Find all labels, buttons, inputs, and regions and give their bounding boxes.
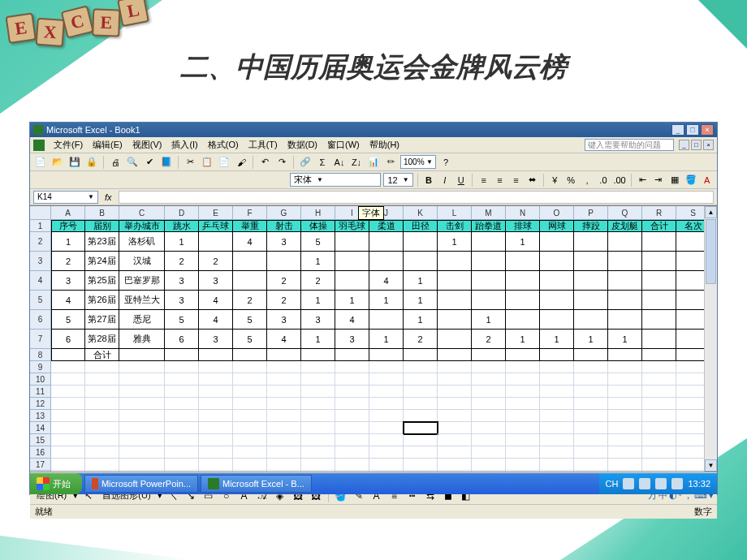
cell[interactable] — [540, 291, 574, 310]
cell[interactable] — [335, 398, 369, 410]
table-header-cell[interactable]: 摔跤 — [574, 220, 608, 232]
table-header-cell[interactable]: 射击 — [267, 220, 301, 232]
cell[interactable]: 1 — [404, 271, 438, 291]
cell[interactable] — [540, 373, 574, 386]
column-header[interactable]: D — [165, 206, 199, 220]
cell[interactable]: 1 — [574, 330, 608, 349]
cell[interactable] — [301, 471, 335, 472]
cell[interactable] — [301, 386, 335, 398]
cell[interactable] — [267, 252, 301, 271]
cell[interactable] — [369, 373, 404, 386]
maximize-button[interactable]: □ — [686, 124, 699, 136]
cell[interactable]: 6 — [165, 330, 199, 349]
cell[interactable]: 1 — [165, 232, 199, 252]
cell[interactable] — [233, 422, 267, 434]
cell[interactable] — [642, 446, 676, 459]
formula-input[interactable] — [119, 191, 714, 204]
cell[interactable] — [301, 349, 335, 361]
cell[interactable] — [472, 471, 506, 472]
cell[interactable] — [404, 373, 438, 386]
table-header-cell[interactable]: 跆拳道 — [472, 220, 506, 232]
cell[interactable] — [574, 434, 608, 446]
cell[interactable] — [438, 398, 472, 410]
cell[interactable] — [642, 373, 676, 386]
cell[interactable] — [85, 446, 119, 459]
cell[interactable] — [165, 349, 199, 361]
cell[interactable]: 1 — [540, 330, 574, 349]
cell[interactable] — [267, 471, 301, 472]
cell[interactable] — [472, 291, 506, 310]
cell[interactable] — [51, 361, 85, 373]
table-header-cell[interactable]: 羽毛球 — [335, 220, 369, 232]
cell[interactable] — [267, 446, 301, 459]
cell[interactable]: 1 — [301, 252, 335, 271]
cell[interactable] — [51, 373, 85, 386]
cell[interactable] — [438, 310, 472, 330]
column-header[interactable]: E — [199, 206, 233, 220]
cell[interactable] — [335, 349, 369, 361]
cell[interactable] — [574, 471, 608, 472]
permission-icon[interactable]: 🔒 — [84, 155, 99, 170]
column-header[interactable]: G — [267, 206, 301, 220]
cell[interactable] — [335, 386, 369, 398]
cell[interactable] — [506, 410, 540, 422]
hyperlink-icon[interactable]: 🔗 — [298, 155, 313, 170]
cell[interactable] — [51, 459, 85, 471]
row-header[interactable]: 10 — [30, 373, 51, 386]
menu-format[interactable]: 格式(O) — [204, 138, 243, 152]
cell[interactable] — [199, 398, 233, 410]
cell[interactable] — [438, 252, 472, 271]
cell[interactable] — [267, 373, 301, 386]
cell[interactable] — [165, 471, 199, 472]
cell[interactable] — [574, 310, 608, 330]
font-color-icon[interactable]: A — [700, 173, 714, 187]
cell[interactable] — [369, 252, 404, 271]
cell[interactable]: 汉城 — [119, 252, 165, 271]
zoom-select[interactable]: 100%▼ — [400, 155, 436, 169]
cell[interactable] — [199, 361, 233, 373]
cell[interactable] — [574, 386, 608, 398]
currency-icon[interactable]: ¥ — [548, 173, 562, 187]
cell[interactable]: 2 — [165, 252, 199, 271]
format-painter-icon[interactable]: 🖌 — [234, 155, 248, 170]
cell[interactable] — [642, 252, 676, 271]
row-header[interactable]: 4 — [30, 271, 51, 291]
cell[interactable] — [233, 386, 267, 398]
cell[interactable] — [51, 398, 85, 410]
align-right-icon[interactable]: ≡ — [509, 173, 523, 187]
cell[interactable]: 3 — [165, 271, 199, 291]
doc-minimize-button[interactable]: _ — [679, 140, 689, 150]
chart-wizard-icon[interactable]: 📊 — [366, 155, 381, 170]
cell[interactable] — [369, 361, 404, 373]
italic-icon[interactable]: I — [438, 173, 451, 187]
cell[interactable] — [574, 271, 608, 291]
drawing-icon[interactable]: ✏ — [383, 155, 398, 170]
menu-data[interactable]: 数据(D) — [283, 138, 322, 152]
cell[interactable] — [301, 422, 335, 434]
cell[interactable]: 第26届 — [85, 291, 119, 310]
cell[interactable] — [438, 386, 472, 398]
cell[interactable]: 第25届 — [85, 271, 119, 291]
cell[interactable]: 3 — [335, 330, 369, 349]
help-icon[interactable]: ? — [438, 155, 453, 170]
cell[interactable] — [472, 398, 506, 410]
cell[interactable] — [335, 373, 369, 386]
cell[interactable] — [165, 446, 199, 459]
percent-icon[interactable]: % — [564, 173, 578, 187]
cell[interactable] — [540, 471, 574, 472]
cell[interactable] — [472, 232, 506, 252]
cell[interactable] — [233, 434, 267, 446]
fx-icon[interactable]: fx — [101, 192, 115, 202]
menu-help[interactable]: 帮助(H) — [365, 138, 404, 152]
cell[interactable] — [472, 271, 506, 291]
menu-view[interactable]: 视图(V) — [128, 138, 166, 152]
cell[interactable] — [199, 386, 233, 398]
cell[interactable] — [540, 410, 574, 422]
cell[interactable] — [574, 373, 608, 386]
cell[interactable] — [199, 232, 233, 252]
column-header[interactable]: P — [574, 206, 608, 220]
cell[interactable]: 1 — [335, 291, 369, 310]
doc-close-button[interactable]: × — [703, 140, 714, 150]
cell[interactable] — [574, 291, 608, 310]
menu-tools[interactable]: 工具(T) — [244, 138, 282, 152]
